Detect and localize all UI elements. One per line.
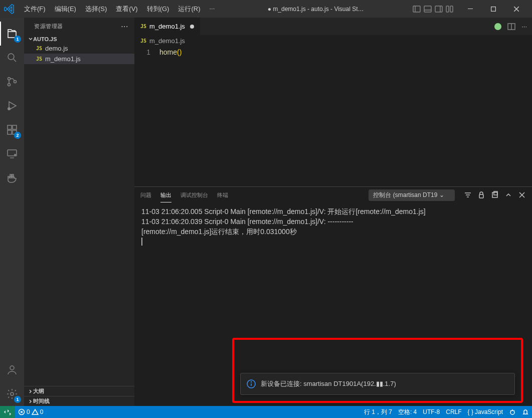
timeline-header[interactable]: 时间线	[24, 396, 134, 406]
editor-tab-mdemo1[interactable]: JS m_demo1.js	[134, 18, 201, 35]
filter-icon[interactable]	[464, 191, 472, 199]
breadcrumb[interactable]: JS m_demo1.js	[134, 35, 532, 46]
breadcrumb-file: m_demo1.js	[149, 37, 185, 45]
menu-view[interactable]: 查看(V)	[112, 3, 141, 16]
file-name: demo.js	[45, 45, 68, 52]
search-icon[interactable]	[0, 46, 24, 70]
panel-tab-debug[interactable]: 调试控制台	[181, 188, 208, 202]
notification-toast[interactable]: 新设备已连接: smartisan DT1901A(192.▮▮.1.7)	[240, 373, 515, 395]
panel-tab-terminal[interactable]: 终端	[217, 188, 228, 202]
svg-point-26	[11, 392, 14, 395]
line-gutter: 1	[134, 47, 159, 186]
output-channel-select[interactable]: 控制台 (smartisan DT19 ⌄	[369, 189, 454, 201]
layout-icon[interactable]	[446, 5, 454, 13]
window-controls	[459, 0, 528, 18]
chevron-right-icon	[28, 399, 33, 404]
js-file-icon: JS	[140, 38, 146, 44]
menu-file[interactable]: 文件(F)	[20, 3, 50, 16]
notification-text: 新设备已连接: smartisan DT1901A(192.▮▮.1.7)	[261, 379, 396, 388]
svg-rect-6	[446, 6, 449, 12]
tabbar-actions: ···	[489, 23, 532, 31]
clear-icon[interactable]	[491, 191, 499, 199]
warning-icon	[32, 408, 39, 415]
error-icon	[18, 408, 25, 415]
svg-rect-19	[8, 130, 12, 134]
minimize-button[interactable]	[459, 0, 482, 18]
panel-tabs: 问题 输出 调试控制台 终端 控制台 (smartisan DT19 ⌄	[134, 187, 532, 203]
svg-point-14	[8, 78, 11, 80]
svg-point-15	[8, 84, 11, 86]
notification-highlight: 新设备已连接: smartisan DT1901A(192.▮▮.1.7)	[232, 338, 523, 403]
svg-point-24	[14, 154, 16, 156]
svg-rect-0	[413, 6, 420, 12]
account-icon[interactable]	[0, 358, 24, 382]
menu-run[interactable]: 运行(R)	[174, 3, 204, 16]
svg-rect-34	[494, 191, 497, 195]
status-bar: 0 0 行 1，列 7 空格: 4 UTF-8 CRLF { } JavaScr…	[0, 406, 532, 418]
svg-rect-21	[13, 125, 17, 129]
maximize-panel-icon[interactable]	[504, 191, 512, 199]
svg-point-43	[510, 410, 514, 414]
layout-icon[interactable]	[413, 5, 421, 13]
code-content[interactable]: home()	[159, 47, 532, 186]
window-title: ● m_demo1.js - auto.js - Visual St…	[219, 6, 413, 13]
extensions-icon[interactable]: 2	[0, 118, 24, 142]
svg-rect-4	[435, 6, 442, 12]
settings-icon[interactable]: 1	[0, 382, 24, 406]
svg-point-25	[10, 366, 14, 370]
debug-icon[interactable]	[0, 94, 24, 118]
split-editor-icon[interactable]	[507, 23, 515, 31]
notifications-icon[interactable]	[519, 406, 532, 418]
js-file-icon: JS	[36, 56, 42, 62]
panel-tab-problems[interactable]: 问题	[140, 188, 151, 202]
sidebar: 资源管理器 ··· AUTO.JS JS demo.js JS m_demo1.…	[24, 18, 134, 406]
cursor-position[interactable]: 行 1，列 7	[361, 406, 395, 418]
sidebar-header: 资源管理器 ···	[24, 18, 134, 35]
code-editor[interactable]: 1 home()	[134, 46, 532, 186]
tab-bar: JS m_demo1.js ···	[134, 18, 532, 35]
explorer-icon[interactable]: 1	[0, 22, 24, 46]
language-status[interactable]: { } JavaScript	[465, 406, 506, 418]
info-icon	[247, 379, 256, 388]
spaces-status[interactable]: 空格: 4	[395, 406, 420, 418]
encoding-status[interactable]: UTF-8	[420, 406, 443, 418]
menu-select[interactable]: 选择(S)	[81, 3, 111, 16]
more-actions-icon[interactable]: ···	[521, 23, 527, 30]
svg-point-12	[8, 54, 14, 60]
folder-section: AUTO.JS JS demo.js JS m_demo1.js	[24, 35, 134, 64]
problems-status[interactable]: 0 0	[15, 406, 46, 418]
sidebar-more-icon[interactable]: ···	[121, 22, 128, 31]
svg-rect-9	[491, 7, 496, 11]
folder-header[interactable]: AUTO.JS	[24, 35, 134, 43]
layout-icon[interactable]	[435, 5, 443, 13]
menu-goto[interactable]: 转到(G)	[143, 3, 173, 16]
svg-point-16	[14, 81, 17, 83]
maximize-button[interactable]	[482, 0, 505, 18]
panel-tab-output[interactable]: 输出	[160, 188, 171, 202]
connected-indicator-icon[interactable]	[494, 23, 501, 30]
remote-indicator[interactable]	[0, 406, 15, 418]
close-button[interactable]	[505, 0, 528, 18]
svg-rect-18	[8, 125, 12, 129]
file-name: m_demo1.js	[45, 55, 81, 63]
layout-icon[interactable]	[424, 5, 432, 13]
vscode-icon	[4, 4, 15, 15]
svg-rect-2	[424, 6, 431, 12]
eol-status[interactable]: CRLF	[443, 406, 464, 418]
remote-explorer-icon[interactable]	[0, 142, 24, 166]
activity-bar: 1 2 1	[0, 18, 24, 406]
modified-indicator-icon	[190, 25, 194, 29]
js-file-icon: JS	[36, 46, 42, 51]
lock-icon[interactable]	[477, 191, 485, 199]
file-item-demo[interactable]: JS demo.js	[24, 43, 134, 54]
extensions-badge: 2	[14, 132, 21, 139]
menu-more[interactable]: ···	[205, 3, 219, 16]
source-control-icon[interactable]	[0, 70, 24, 94]
js-file-icon: JS	[140, 24, 146, 29]
file-item-mdemo1[interactable]: JS m_demo1.js	[24, 54, 134, 64]
outline-header[interactable]: 大纲	[24, 386, 134, 396]
docker-icon[interactable]	[0, 166, 24, 190]
close-panel-icon[interactable]	[518, 191, 526, 199]
menu-edit[interactable]: 编辑(E)	[51, 3, 80, 16]
feedback-icon[interactable]	[506, 406, 519, 418]
